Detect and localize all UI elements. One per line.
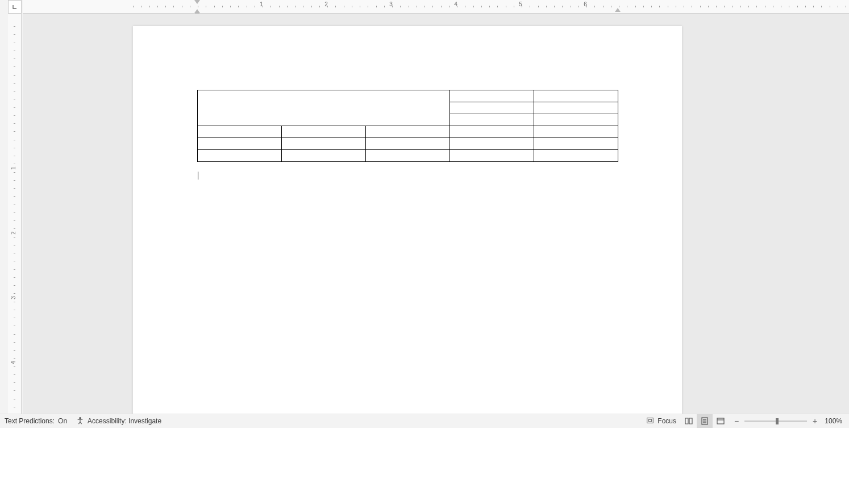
zoom-out-button[interactable]: −	[732, 416, 741, 426]
read-mode-button[interactable]	[681, 414, 697, 428]
focus-icon	[646, 416, 654, 426]
table-cell[interactable]	[198, 138, 282, 150]
blank-area	[0, 428, 849, 504]
hanging-indent-marker[interactable]	[194, 9, 200, 13]
svg-rect-1	[647, 418, 654, 423]
table-cell[interactable]	[198, 126, 282, 138]
table-cell[interactable]	[282, 138, 366, 150]
table-cell[interactable]	[450, 102, 534, 114]
tab-selector[interactable]	[8, 0, 22, 14]
table-cell[interactable]	[282, 126, 366, 138]
predictions-value: On	[58, 417, 67, 425]
zoom-controls: − + 100%	[729, 416, 849, 426]
table-cell[interactable]	[534, 126, 618, 138]
table-cell[interactable]	[534, 114, 618, 126]
print-layout-button[interactable]	[697, 414, 713, 428]
table-cell[interactable]	[450, 150, 534, 162]
status-bar: Text Predictions: On Accessibility: Inve…	[0, 414, 849, 428]
table-cell[interactable]	[282, 150, 366, 162]
zoom-in-button[interactable]: +	[810, 416, 819, 426]
workspace: 123456 1234	[0, 0, 849, 504]
table-cell[interactable]	[366, 138, 450, 150]
table-cell[interactable]	[366, 126, 450, 138]
table-cell[interactable]	[534, 90, 618, 102]
focus-mode-button[interactable]: Focus	[642, 414, 681, 428]
table-cell[interactable]	[450, 126, 534, 138]
svg-point-0	[79, 416, 81, 419]
table-cell[interactable]	[534, 138, 618, 150]
table-cell[interactable]	[534, 102, 618, 114]
accessibility-status[interactable]: Accessibility: Investigate	[72, 414, 166, 428]
table-cell[interactable]	[366, 150, 450, 162]
accessibility-label: Accessibility: Investigate	[88, 417, 161, 425]
zoom-percentage[interactable]: 100%	[823, 417, 846, 425]
web-layout-button[interactable]	[713, 414, 729, 428]
document-table[interactable]	[197, 90, 618, 162]
table-cell[interactable]	[198, 90, 450, 126]
table-cell[interactable]	[450, 114, 534, 126]
horizontal-ruler[interactable]: 123456	[23, 0, 849, 14]
table-cell[interactable]	[450, 90, 534, 102]
table-cell[interactable]	[450, 138, 534, 150]
text-predictions-status[interactable]: Text Predictions: On	[0, 414, 72, 428]
table-cell[interactable]	[534, 150, 618, 162]
zoom-slider-thumb[interactable]	[776, 418, 779, 424]
accessibility-icon	[76, 416, 84, 426]
svg-rect-2	[649, 419, 652, 422]
predictions-label: Text Predictions:	[5, 417, 55, 425]
table-cell[interactable]	[198, 150, 282, 162]
right-indent-marker[interactable]	[615, 8, 621, 12]
text-cursor	[198, 172, 198, 180]
svg-rect-7	[717, 418, 724, 424]
zoom-slider[interactable]	[744, 420, 807, 422]
first-line-indent-marker[interactable]	[194, 0, 200, 4]
focus-label: Focus	[657, 417, 676, 425]
